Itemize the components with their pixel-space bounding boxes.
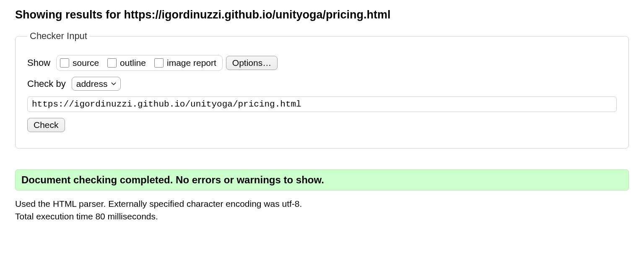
url-input[interactable] — [27, 96, 617, 112]
options-button[interactable]: Options… — [226, 56, 278, 70]
outline-checkbox[interactable] — [107, 58, 117, 68]
url-row — [27, 96, 617, 112]
source-checkbox[interactable] — [60, 58, 69, 68]
checker-input-fieldset: Checker Input Show source outline image … — [15, 31, 629, 149]
show-label: Show — [27, 57, 50, 68]
timing-info: Total execution time 80 milliseconds. — [15, 211, 629, 221]
parser-info: Used the HTML parser. Externally specifi… — [15, 199, 629, 209]
source-checkbox-item: source — [60, 58, 99, 68]
check-by-row: Check by address — [27, 77, 617, 91]
source-checkbox-label: source — [73, 58, 99, 68]
check-button-row: Check — [27, 118, 617, 132]
show-row: Show source outline image report Options… — [27, 55, 617, 71]
results-heading: Showing results for https://igordinuzzi.… — [15, 8, 629, 22]
outline-checkbox-item: outline — [107, 58, 146, 68]
outline-checkbox-label: outline — [120, 58, 146, 68]
success-message: Document checking completed. No errors o… — [15, 169, 629, 190]
fieldset-legend: Checker Input — [27, 31, 90, 42]
image-report-checkbox-label: image report — [167, 58, 216, 68]
image-report-checkbox[interactable] — [154, 58, 164, 68]
check-by-select[interactable]: address — [72, 77, 121, 91]
check-button[interactable]: Check — [27, 118, 65, 132]
show-checkbox-group: source outline image report — [56, 55, 223, 71]
image-report-checkbox-item: image report — [154, 58, 216, 68]
check-by-label: Check by — [27, 78, 66, 89]
